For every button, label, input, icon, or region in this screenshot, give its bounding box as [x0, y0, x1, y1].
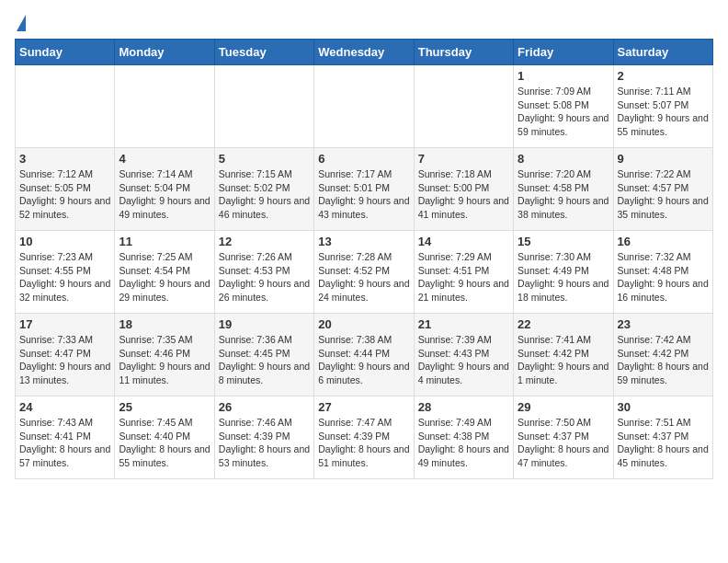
day-number: 29	[518, 400, 609, 414]
day-cell: 18Sunrise: 7:35 AMSunset: 4:46 PMDayligh…	[115, 314, 214, 396]
day-info: Sunrise: 7:11 AMSunset: 5:07 PMDaylight:…	[618, 85, 709, 139]
day-info: Sunrise: 7:22 AMSunset: 4:57 PMDaylight:…	[618, 167, 709, 222]
day-header-thursday: Thursday	[414, 40, 513, 65]
day-number: 23	[618, 317, 709, 331]
day-header-saturday: Saturday	[613, 40, 712, 65]
day-cell: 1Sunrise: 7:09 AMSunset: 5:08 PMDaylight…	[514, 65, 613, 148]
week-row-1: 3Sunrise: 7:12 AMSunset: 5:05 PMDaylight…	[16, 148, 713, 231]
day-cell: 20Sunrise: 7:38 AMSunset: 4:44 PMDayligh…	[314, 314, 414, 396]
day-cell: 16Sunrise: 7:32 AMSunset: 4:48 PMDayligh…	[613, 231, 712, 314]
day-number: 21	[418, 317, 509, 331]
day-info: Sunrise: 7:26 AMSunset: 4:53 PMDaylight:…	[219, 250, 310, 304]
day-info: Sunrise: 7:12 AMSunset: 5:05 PMDaylight:…	[19, 167, 110, 222]
day-cell: 14Sunrise: 7:29 AMSunset: 4:51 PMDayligh…	[414, 231, 513, 314]
day-cell: 10Sunrise: 7:23 AMSunset: 4:55 PMDayligh…	[16, 231, 115, 314]
week-row-4: 24Sunrise: 7:43 AMSunset: 4:41 PMDayligh…	[16, 396, 713, 479]
day-cell: 5Sunrise: 7:15 AMSunset: 5:02 PMDaylight…	[214, 148, 313, 231]
day-cell	[115, 65, 214, 148]
day-header-tuesday: Tuesday	[214, 40, 313, 65]
day-number: 18	[119, 317, 210, 331]
day-number: 28	[418, 400, 509, 414]
day-info: Sunrise: 7:29 AMSunset: 4:51 PMDaylight:…	[418, 250, 509, 304]
day-cell: 6Sunrise: 7:17 AMSunset: 5:01 PMDaylight…	[314, 148, 414, 231]
day-number: 9	[618, 152, 709, 166]
day-number: 8	[518, 152, 609, 166]
day-header-wednesday: Wednesday	[314, 40, 414, 65]
day-number: 14	[418, 235, 509, 248]
day-cell: 2Sunrise: 7:11 AMSunset: 5:07 PMDaylight…	[613, 65, 712, 148]
day-number: 27	[318, 400, 409, 414]
day-number: 25	[119, 400, 210, 414]
day-number: 12	[219, 235, 310, 248]
day-number: 13	[318, 235, 409, 248]
day-number: 24	[19, 400, 110, 414]
day-cell: 8Sunrise: 7:20 AMSunset: 4:58 PMDaylight…	[514, 148, 613, 231]
day-info: Sunrise: 7:20 AMSunset: 4:58 PMDaylight:…	[518, 167, 609, 222]
day-info: Sunrise: 7:41 AMSunset: 4:42 PMDaylight:…	[518, 333, 609, 387]
day-info: Sunrise: 7:33 AMSunset: 4:47 PMDaylight:…	[19, 333, 110, 387]
day-info: Sunrise: 7:14 AMSunset: 5:04 PMDaylight:…	[119, 167, 210, 222]
day-number: 26	[219, 400, 310, 414]
day-number: 20	[318, 317, 409, 331]
week-row-3: 17Sunrise: 7:33 AMSunset: 4:47 PMDayligh…	[16, 314, 713, 396]
day-cell: 3Sunrise: 7:12 AMSunset: 5:05 PMDaylight…	[16, 148, 115, 231]
day-number: 11	[119, 235, 210, 248]
day-cell: 25Sunrise: 7:45 AMSunset: 4:40 PMDayligh…	[115, 396, 214, 479]
day-info: Sunrise: 7:43 AMSunset: 4:41 PMDaylight:…	[19, 416, 110, 470]
day-number: 4	[119, 152, 210, 166]
day-number: 19	[219, 317, 310, 331]
day-info: Sunrise: 7:38 AMSunset: 4:44 PMDaylight:…	[318, 333, 409, 387]
day-info: Sunrise: 7:23 AMSunset: 4:55 PMDaylight:…	[19, 250, 110, 304]
day-number: 22	[518, 317, 609, 331]
day-cell: 12Sunrise: 7:26 AMSunset: 4:53 PMDayligh…	[214, 231, 313, 314]
day-cell: 19Sunrise: 7:36 AMSunset: 4:45 PMDayligh…	[214, 314, 313, 396]
day-info: Sunrise: 7:39 AMSunset: 4:43 PMDaylight:…	[418, 333, 509, 387]
day-header-sunday: Sunday	[16, 40, 115, 65]
day-cell: 13Sunrise: 7:28 AMSunset: 4:52 PMDayligh…	[314, 231, 414, 314]
day-info: Sunrise: 7:47 AMSunset: 4:39 PMDaylight:…	[318, 416, 409, 470]
day-cell: 23Sunrise: 7:42 AMSunset: 4:42 PMDayligh…	[613, 314, 712, 396]
day-cell: 17Sunrise: 7:33 AMSunset: 4:47 PMDayligh…	[16, 314, 115, 396]
day-cell	[214, 65, 313, 148]
day-info: Sunrise: 7:35 AMSunset: 4:46 PMDaylight:…	[119, 333, 210, 387]
day-cell	[414, 65, 513, 148]
day-cell: 26Sunrise: 7:46 AMSunset: 4:39 PMDayligh…	[214, 396, 313, 479]
day-info: Sunrise: 7:18 AMSunset: 5:00 PMDaylight:…	[418, 167, 509, 222]
day-cell	[16, 65, 115, 148]
day-info: Sunrise: 7:45 AMSunset: 4:40 PMDaylight:…	[119, 416, 210, 470]
day-number: 17	[19, 317, 110, 331]
day-number: 16	[618, 235, 709, 248]
day-info: Sunrise: 7:15 AMSunset: 5:02 PMDaylight:…	[219, 167, 310, 222]
day-info: Sunrise: 7:32 AMSunset: 4:48 PMDaylight:…	[618, 250, 709, 304]
day-cell: 21Sunrise: 7:39 AMSunset: 4:43 PMDayligh…	[414, 314, 513, 396]
day-info: Sunrise: 7:09 AMSunset: 5:08 PMDaylight:…	[518, 85, 609, 139]
day-info: Sunrise: 7:51 AMSunset: 4:37 PMDaylight:…	[618, 416, 709, 470]
day-info: Sunrise: 7:46 AMSunset: 4:39 PMDaylight:…	[219, 416, 310, 470]
header-row: SundayMondayTuesdayWednesdayThursdayFrid…	[16, 40, 713, 65]
day-header-friday: Friday	[514, 40, 613, 65]
day-cell: 28Sunrise: 7:49 AMSunset: 4:38 PMDayligh…	[414, 396, 513, 479]
day-cell: 22Sunrise: 7:41 AMSunset: 4:42 PMDayligh…	[514, 314, 613, 396]
day-header-monday: Monday	[115, 40, 214, 65]
day-number: 30	[618, 400, 709, 414]
day-number: 7	[418, 152, 509, 166]
calendar-table: SundayMondayTuesdayWednesdayThursdayFrid…	[15, 39, 713, 479]
day-cell: 15Sunrise: 7:30 AMSunset: 4:49 PMDayligh…	[514, 231, 613, 314]
day-number: 15	[518, 235, 609, 248]
week-row-0: 1Sunrise: 7:09 AMSunset: 5:08 PMDaylight…	[16, 65, 713, 148]
day-cell: 7Sunrise: 7:18 AMSunset: 5:00 PMDaylight…	[414, 148, 513, 231]
day-info: Sunrise: 7:50 AMSunset: 4:37 PMDaylight:…	[518, 416, 609, 470]
day-info: Sunrise: 7:28 AMSunset: 4:52 PMDaylight:…	[318, 250, 409, 304]
day-cell: 27Sunrise: 7:47 AMSunset: 4:39 PMDayligh…	[314, 396, 414, 479]
day-number: 6	[318, 152, 409, 166]
day-info: Sunrise: 7:49 AMSunset: 4:38 PMDaylight:…	[418, 416, 509, 470]
day-info: Sunrise: 7:17 AMSunset: 5:01 PMDaylight:…	[318, 167, 409, 222]
day-cell: 29Sunrise: 7:50 AMSunset: 4:37 PMDayligh…	[514, 396, 613, 479]
day-cell: 30Sunrise: 7:51 AMSunset: 4:37 PMDayligh…	[613, 396, 712, 479]
day-info: Sunrise: 7:42 AMSunset: 4:42 PMDaylight:…	[618, 333, 709, 387]
week-row-2: 10Sunrise: 7:23 AMSunset: 4:55 PMDayligh…	[16, 231, 713, 314]
day-number: 3	[19, 152, 110, 166]
day-cell	[314, 65, 414, 148]
day-number: 10	[19, 235, 110, 248]
day-cell: 4Sunrise: 7:14 AMSunset: 5:04 PMDaylight…	[115, 148, 214, 231]
